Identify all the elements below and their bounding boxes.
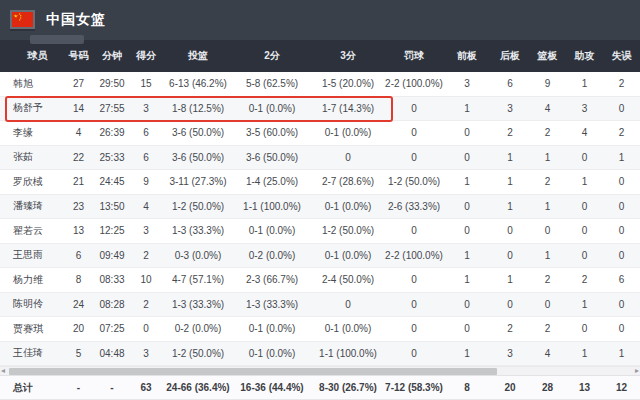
- page-title: 中国女篮: [46, 11, 106, 29]
- stat-cell: 6: [603, 274, 640, 285]
- column-header: 前板: [443, 49, 491, 63]
- stat-cell: 3-6 (50.0%): [233, 152, 311, 163]
- player-name-cell: 陈明伶: [0, 297, 62, 311]
- stat-cell: 0: [443, 323, 491, 334]
- stat-cell: 25:33: [95, 152, 129, 163]
- total-row: 总计--6324-66 (36.4%)16-36 (44.4%)8-30 (26…: [0, 375, 640, 399]
- stat-cell: 1: [443, 250, 491, 261]
- column-header: 助攻: [566, 49, 603, 63]
- stat-cell: 0: [385, 225, 443, 236]
- stat-cell: 2: [529, 274, 566, 285]
- column-header: 3分: [311, 49, 385, 63]
- player-row[interactable]: 韩旭2729:50156-13 (46.2%)5-8 (62.5%)1-5 (2…: [0, 72, 640, 97]
- stat-cell: 2: [491, 127, 529, 138]
- stat-cell: 1: [443, 348, 491, 359]
- stat-cell: 10: [129, 274, 163, 285]
- stat-cell: 1-7 (14.3%): [311, 103, 385, 114]
- player-row[interactable]: 杨力维808:33104-7 (57.1%)2-3 (66.7%)2-4 (50…: [0, 268, 640, 293]
- stat-cell: 0-1 (0.0%): [233, 348, 311, 359]
- stat-cell: 4: [129, 201, 163, 212]
- stat-cell: 1: [443, 103, 491, 114]
- stat-cell: 0: [443, 152, 491, 163]
- player-row[interactable]: 王佳琦504:4831-2 (50.0%)0-1 (0.0%)1-1 (100.…: [0, 342, 640, 367]
- stat-cell: 0: [603, 299, 640, 310]
- player-row[interactable]: 李缘426:3963-6 (50.0%)3-5 (60.0%)0-1 (0.0%…: [0, 121, 640, 146]
- stat-cell: 0: [443, 127, 491, 138]
- stat-cell: 3-6 (50.0%): [163, 152, 233, 163]
- stat-cell: 1-5 (20.0%): [311, 78, 385, 89]
- stat-cell: 0: [603, 323, 640, 334]
- stat-cell: 0: [529, 225, 566, 236]
- stat-cell: 1-2 (50.0%): [163, 348, 233, 359]
- stat-cell: 1-3 (33.3%): [163, 299, 233, 310]
- player-name-cell: 贾赛琪: [0, 322, 62, 336]
- player-name-cell: 罗欣棫: [0, 175, 62, 189]
- player-row[interactable]: 王思雨609:4920-3 (0.0%)0-2 (0.0%)0-1 (0.0%)…: [0, 244, 640, 269]
- stat-cell: 2: [529, 176, 566, 187]
- scrollbar-thumb[interactable]: [9, 368, 497, 375]
- stat-cell: 2: [529, 323, 566, 334]
- horizontal-scrollbar[interactable]: ◂ ▸: [0, 366, 640, 375]
- stat-cell: 0: [129, 323, 163, 334]
- stat-cell: 4: [62, 127, 95, 138]
- player-name-cell: 张茹: [0, 150, 62, 164]
- player-name-cell: 王思雨: [0, 248, 62, 262]
- stat-cell: 1: [443, 176, 491, 187]
- page-header: 中国女篮: [0, 0, 640, 40]
- stats-widget: 中国女篮 球员号码分钟得分投篮2分3分罚球前板后板篮板助攻失误 韩旭2729:5…: [0, 0, 640, 400]
- stat-cell: 5: [62, 348, 95, 359]
- stat-cell: 1: [566, 176, 603, 187]
- stat-cell: 0: [443, 299, 491, 310]
- stat-cell: 08:33: [95, 274, 129, 285]
- stat-cell: 0: [603, 201, 640, 212]
- player-row[interactable]: 张茹2225:3363-6 (50.0%)3-6 (50.0%)0001101: [0, 146, 640, 171]
- stat-cell: 21: [62, 176, 95, 187]
- stat-cell: 2: [129, 250, 163, 261]
- player-row[interactable]: 潘臻琦2313:5041-2 (50.0%)1-1 (100.0%)0-1 (0…: [0, 195, 640, 220]
- stat-cell: 0: [566, 323, 603, 334]
- stat-cell: 29:50: [95, 78, 129, 89]
- player-row[interactable]: 杨舒予1427:5531-8 (12.5%)0-1 (0.0%)1-7 (14.…: [0, 97, 640, 122]
- total-stat-cell: -: [95, 382, 129, 393]
- stat-cell: 4: [529, 103, 566, 114]
- player-name-cell: 翟若云: [0, 224, 62, 238]
- stat-cell: 0: [385, 103, 443, 114]
- column-header: 2分: [233, 49, 311, 63]
- player-row[interactable]: 翟若云1312:2531-3 (33.3%)0-1 (0.0%)1-2 (50.…: [0, 219, 640, 244]
- column-header-player: 球员: [0, 49, 62, 63]
- player-name-cell: 潘臻琦: [0, 199, 62, 213]
- stat-cell: 0: [385, 299, 443, 310]
- player-row[interactable]: 陈明伶2408:2821-3 (33.3%)1-3 (33.3%)0000010: [0, 293, 640, 318]
- stat-cell: 0: [603, 225, 640, 236]
- stat-cell: 0: [529, 299, 566, 310]
- stat-cell: 0: [603, 103, 640, 114]
- stat-cell: 3-11 (27.3%): [163, 176, 233, 187]
- stat-cell: 0: [311, 152, 385, 163]
- stat-cell: 0-1 (0.0%): [311, 127, 385, 138]
- stat-cell: 0: [443, 225, 491, 236]
- stat-cell: 07:25: [95, 323, 129, 334]
- stat-cell: 3: [129, 103, 163, 114]
- stat-cell: 13: [62, 225, 95, 236]
- stat-cell: 1: [529, 201, 566, 212]
- stat-cell: 1-3 (33.3%): [233, 299, 311, 310]
- stat-cell: 0: [566, 250, 603, 261]
- stat-cell: 0: [491, 299, 529, 310]
- stat-cell: 0: [491, 250, 529, 261]
- total-label-cell: 总计: [0, 381, 62, 395]
- stat-cell: 27:55: [95, 103, 129, 114]
- stat-cell: 2-4 (50.0%): [311, 274, 385, 285]
- stat-cell: 1: [491, 274, 529, 285]
- stat-cell: 0: [566, 201, 603, 212]
- stat-cell: 08:28: [95, 299, 129, 310]
- stat-cell: 1: [566, 299, 603, 310]
- player-row[interactable]: 罗欣棫2124:4593-11 (27.3%)1-4 (25.0%)2-7 (2…: [0, 170, 640, 195]
- stat-cell: 1-2 (50.0%): [163, 201, 233, 212]
- stat-cell: 0: [311, 299, 385, 310]
- player-row[interactable]: 贾赛琪2007:2500-2 (0.0%)0-1 (0.0%)0-1 (0.0%…: [0, 317, 640, 342]
- stat-cell: 15: [129, 78, 163, 89]
- stat-cell: 4: [566, 127, 603, 138]
- total-stat-cell: 8-30 (26.7%): [311, 382, 385, 393]
- stat-cell: 1-8 (12.5%): [163, 103, 233, 114]
- stat-cell: 20: [62, 323, 95, 334]
